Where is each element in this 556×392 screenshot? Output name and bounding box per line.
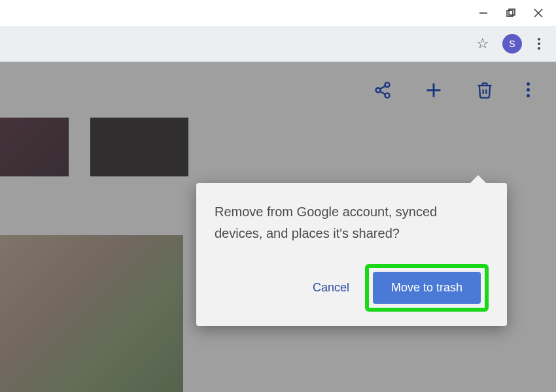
more-options-icon[interactable] bbox=[527, 82, 530, 97]
window-controls bbox=[0, 0, 556, 26]
share-icon[interactable] bbox=[374, 81, 392, 99]
svg-point-5 bbox=[385, 82, 390, 87]
delete-confirmation-dialog: Remove from Google account, synced devic… bbox=[196, 183, 507, 326]
app-surface: Remove from Google account, synced devic… bbox=[0, 62, 556, 392]
avatar-initial: S bbox=[509, 39, 515, 49]
close-icon[interactable] bbox=[534, 8, 543, 18]
profile-avatar[interactable]: S bbox=[502, 34, 522, 54]
move-to-trash-button[interactable]: Move to trash bbox=[373, 272, 481, 304]
maximize-icon[interactable] bbox=[506, 8, 515, 18]
svg-point-6 bbox=[376, 88, 381, 92]
trash-icon[interactable] bbox=[476, 81, 494, 99]
svg-line-8 bbox=[380, 86, 385, 89]
svg-point-7 bbox=[385, 93, 390, 97]
browser-menu-icon[interactable] bbox=[535, 35, 543, 52]
browser-toolbar: ☆ S bbox=[0, 26, 556, 62]
cancel-button[interactable]: Cancel bbox=[309, 276, 353, 300]
dialog-message: Remove from Google account, synced devic… bbox=[215, 201, 489, 244]
tutorial-highlight: Move to trash bbox=[365, 264, 489, 312]
add-icon[interactable] bbox=[425, 81, 443, 99]
svg-line-9 bbox=[380, 91, 385, 94]
dialog-actions: Cancel Move to trash bbox=[215, 264, 489, 312]
bookmark-star-icon[interactable]: ☆ bbox=[476, 35, 489, 52]
minimize-icon[interactable] bbox=[479, 8, 488, 18]
photo-action-toolbar bbox=[0, 62, 556, 118]
